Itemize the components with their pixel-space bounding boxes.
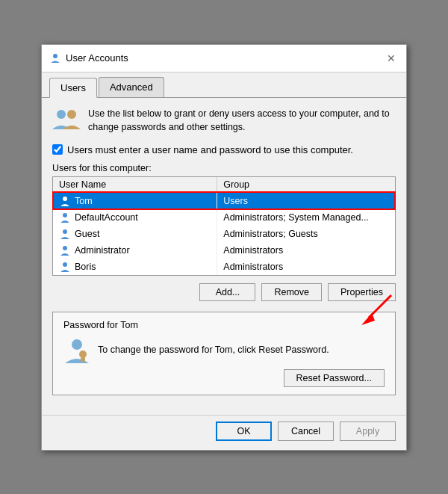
svg-point-7 xyxy=(63,262,67,267)
tab-advanced[interactable]: Advanced xyxy=(99,77,164,97)
user-group: Administrators; Guests xyxy=(217,226,395,242)
user-group: Administrators; System Managed... xyxy=(217,209,395,226)
title-bar: User Accounts ✕ xyxy=(42,45,406,72)
svg-rect-12 xyxy=(81,357,85,362)
user-group: Administrators xyxy=(217,242,395,259)
ok-button[interactable]: OK xyxy=(216,422,272,441)
svg-point-4 xyxy=(63,213,67,217)
info-text: Use the list below to grant or deny user… xyxy=(88,107,396,135)
checkbox-row: Users must enter a user name and passwor… xyxy=(52,144,396,155)
user-name: Tom xyxy=(75,196,93,206)
svg-point-10 xyxy=(72,339,82,350)
close-button[interactable]: ✕ xyxy=(384,51,399,66)
bottom-buttons: OK Cancel Apply xyxy=(42,415,406,450)
table-row[interactable]: AdministratorAdministrators xyxy=(53,242,395,259)
tabs-container: Users Advanced xyxy=(42,72,406,97)
remove-button[interactable]: Remove xyxy=(261,283,322,301)
action-buttons: Add... Remove Properties xyxy=(52,283,396,301)
col-header-username: User Name xyxy=(53,177,217,193)
tab-users[interactable]: Users xyxy=(49,78,97,98)
svg-point-1 xyxy=(57,110,66,119)
password-section-title: Password for Tom xyxy=(63,320,385,330)
user-name: DefaultAccount xyxy=(75,212,138,223)
user-group: Administrators xyxy=(217,259,395,275)
table-row[interactable]: BorisAdministrators xyxy=(53,259,395,275)
user-group-icon xyxy=(52,107,81,135)
dialog-title: User Accounts xyxy=(66,52,128,64)
table-row[interactable]: DefaultAccountAdministrators; System Man… xyxy=(53,209,395,226)
table-header-row: User Name Group xyxy=(53,177,395,193)
user-row-icon xyxy=(59,212,71,223)
title-bar-left: User Accounts xyxy=(49,52,128,64)
svg-point-2 xyxy=(67,110,76,119)
password-section: Password for Tom To change the password … xyxy=(52,312,396,395)
cancel-button[interactable]: Cancel xyxy=(278,422,334,441)
svg-point-6 xyxy=(63,246,67,250)
tab-content-users: Use the list below to grant or deny user… xyxy=(42,97,406,415)
user-table: User Name Group TomUsers DefaultAccountA… xyxy=(53,177,395,275)
user-group: Users xyxy=(217,192,395,209)
users-section-label: Users for this computer: xyxy=(52,163,396,173)
user-row-icon xyxy=(59,261,71,273)
user-name: Boris xyxy=(75,262,96,272)
add-button[interactable]: Add... xyxy=(199,283,255,301)
user-accounts-dialog: User Accounts ✕ Users Advanced Use the l… xyxy=(41,44,407,451)
password-inner: To change the password for Tom, click Re… xyxy=(63,336,385,363)
svg-point-5 xyxy=(63,229,67,234)
password-text: To change the password for Tom, click Re… xyxy=(98,345,385,355)
user-row-icon xyxy=(59,244,71,256)
password-btn-row: Reset Password... xyxy=(63,369,385,387)
apply-button[interactable]: Apply xyxy=(340,422,396,441)
table-row[interactable]: TomUsers xyxy=(53,192,395,209)
user-row-icon xyxy=(59,228,71,240)
svg-point-3 xyxy=(63,197,67,201)
require-login-checkbox[interactable] xyxy=(52,144,63,155)
user-name: Guest xyxy=(75,229,99,239)
svg-point-11 xyxy=(79,351,87,358)
reset-password-button[interactable]: Reset Password... xyxy=(284,369,385,387)
user-name: Administrator xyxy=(75,245,130,256)
password-user-icon xyxy=(63,336,90,363)
col-header-group: Group xyxy=(217,177,395,193)
user-row-icon xyxy=(59,195,71,207)
user-table-container: User Name Group TomUsers DefaultAccountA… xyxy=(52,176,396,276)
svg-point-0 xyxy=(53,54,57,58)
checkbox-label: Users must enter a user name and passwor… xyxy=(67,144,353,155)
table-row[interactable]: GuestAdministrators; Guests xyxy=(53,226,395,242)
dialog-icon xyxy=(49,52,61,64)
info-box: Use the list below to grant or deny user… xyxy=(52,107,396,135)
arrow-indicator xyxy=(361,292,394,325)
